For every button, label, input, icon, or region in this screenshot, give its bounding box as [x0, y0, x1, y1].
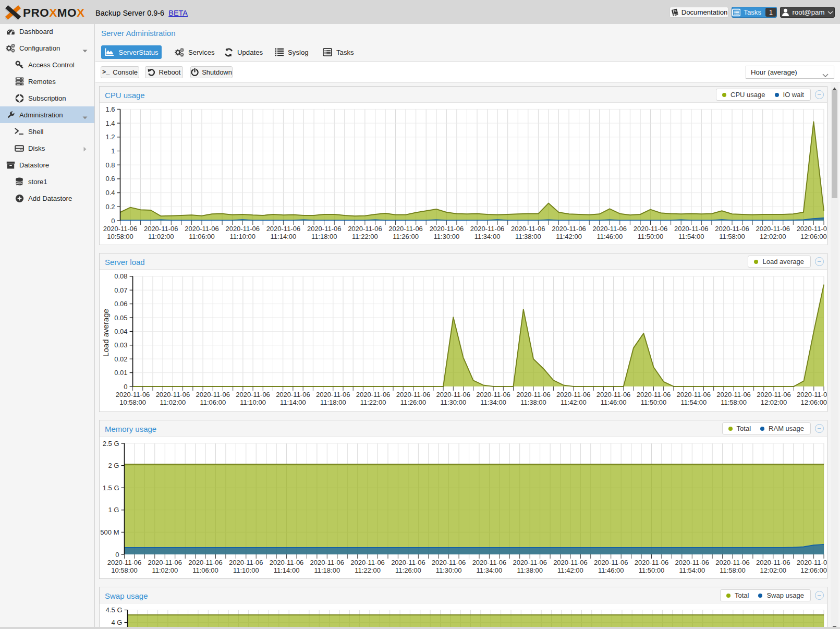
svg-text:2020-11-06: 2020-11-06 — [225, 225, 260, 233]
svg-text:11:54:00: 11:54:00 — [678, 233, 704, 240]
svg-text:11:50:00: 11:50:00 — [641, 398, 667, 406]
svg-text:11:26:00: 11:26:00 — [400, 398, 427, 406]
svg-text:11:14:00: 11:14:00 — [274, 566, 300, 574]
svg-text:11:14:00: 11:14:00 — [271, 233, 297, 240]
svg-text:11:46:00: 11:46:00 — [601, 398, 627, 406]
svg-text:2020-11-06: 2020-11-06 — [552, 225, 586, 233]
svg-text:0.8: 0.8 — [105, 161, 115, 169]
svg-text:1.6: 1.6 — [105, 105, 115, 113]
svg-text:2020-11-06: 2020-11-06 — [594, 559, 628, 566]
svg-text:2020-11-06: 2020-11-06 — [356, 391, 391, 398]
svg-text:1.2: 1.2 — [105, 133, 115, 141]
svg-text:2020-11-06: 2020-11-06 — [396, 391, 431, 398]
svg-text:2020-11-06: 2020-11-06 — [388, 225, 423, 233]
svg-text:2020-11-06: 2020-11-06 — [436, 391, 471, 398]
svg-text:11:18:00: 11:18:00 — [320, 398, 346, 406]
svg-text:0.04: 0.04 — [114, 328, 127, 335]
svg-text:2020-11-06: 2020-11-06 — [307, 225, 342, 233]
svg-text:2020-11-06: 2020-11-06 — [430, 225, 464, 233]
svg-text:11:34:00: 11:34:00 — [474, 233, 501, 240]
svg-text:11:18:00: 11:18:00 — [311, 233, 337, 240]
svg-text:2020-11-06: 2020-11-06 — [107, 559, 142, 566]
svg-text:2020-11-06: 2020-11-06 — [674, 225, 709, 233]
svg-text:2020-11-06: 2020-11-06 — [236, 391, 270, 398]
svg-text:11:54:00: 11:54:00 — [679, 566, 705, 574]
svg-text:0.06: 0.06 — [114, 300, 127, 308]
svg-text:1: 1 — [111, 147, 115, 155]
svg-text:2020-11-06: 2020-11-06 — [472, 559, 507, 566]
svg-text:4 G: 4 G — [112, 619, 123, 626]
svg-text:2020-11-06: 2020-11-06 — [715, 559, 750, 566]
svg-text:11:14:00: 11:14:00 — [280, 398, 306, 406]
svg-text:2020-11-06: 2020-11-06 — [185, 225, 219, 233]
svg-text:2020-11-06: 2020-11-06 — [470, 225, 505, 233]
svg-text:2020-11-06: 2020-11-06 — [797, 391, 827, 398]
svg-text:11:06:00: 11:06:00 — [192, 566, 218, 574]
svg-text:12:06:00: 12:06:00 — [800, 398, 827, 406]
svg-text:11:50:00: 11:50:00 — [638, 233, 664, 240]
svg-text:10:58:00: 10:58:00 — [111, 566, 138, 574]
svg-text:11:42:00: 11:42:00 — [556, 233, 582, 240]
svg-text:0: 0 — [115, 551, 119, 559]
svg-text:11:46:00: 11:46:00 — [598, 566, 624, 574]
svg-text:11:22:00: 11:22:00 — [355, 566, 381, 574]
svg-text:2020-11-06: 2020-11-06 — [276, 391, 310, 398]
svg-text:2020-11-06: 2020-11-06 — [513, 559, 547, 566]
svg-text:2020-11-06: 2020-11-06 — [715, 225, 749, 233]
svg-text:12:06:00: 12:06:00 — [800, 566, 827, 574]
svg-text:11:26:00: 11:26:00 — [393, 233, 419, 240]
svg-text:11:10:00: 11:10:00 — [229, 233, 255, 240]
svg-text:2020-11-06: 2020-11-06 — [677, 391, 711, 398]
svg-text:12:06:00: 12:06:00 — [800, 233, 827, 240]
svg-text:2020-11-06: 2020-11-06 — [391, 559, 425, 566]
svg-text:2020-11-06: 2020-11-06 — [635, 559, 669, 566]
svg-text:2020-11-06: 2020-11-06 — [270, 559, 304, 566]
svg-text:11:34:00: 11:34:00 — [477, 566, 503, 574]
svg-text:2020-11-06: 2020-11-06 — [756, 225, 790, 233]
svg-text:2020-11-06: 2020-11-06 — [432, 559, 466, 566]
svg-text:2020-11-06: 2020-11-06 — [103, 225, 138, 233]
svg-text:11:34:00: 11:34:00 — [480, 398, 506, 406]
svg-text:2020-11-06: 2020-11-06 — [675, 559, 710, 566]
svg-text:2020-11-06: 2020-11-06 — [310, 559, 345, 566]
svg-text:12:02:00: 12:02:00 — [760, 566, 786, 574]
svg-text:2020-11-06: 2020-11-06 — [476, 391, 510, 398]
svg-text:2020-11-06: 2020-11-06 — [156, 391, 190, 398]
svg-text:11:30:00: 11:30:00 — [436, 566, 462, 574]
svg-text:4.5 G: 4.5 G — [106, 606, 123, 614]
svg-text:0.2: 0.2 — [105, 203, 115, 211]
svg-text:11:38:00: 11:38:00 — [515, 233, 541, 240]
svg-text:500 M: 500 M — [100, 528, 119, 536]
svg-text:12:02:00: 12:02:00 — [760, 233, 786, 240]
svg-text:2020-11-06: 2020-11-06 — [348, 225, 382, 233]
svg-text:11:06:00: 11:06:00 — [200, 398, 226, 406]
svg-text:2020-11-06: 2020-11-06 — [516, 391, 551, 398]
svg-text:2020-11-06: 2020-11-06 — [229, 559, 263, 566]
svg-text:11:22:00: 11:22:00 — [360, 398, 386, 406]
svg-text:0.07: 0.07 — [114, 286, 127, 294]
svg-text:0: 0 — [111, 217, 115, 225]
svg-text:11:02:00: 11:02:00 — [152, 566, 178, 574]
svg-text:11:22:00: 11:22:00 — [352, 233, 378, 240]
svg-text:11:58:00: 11:58:00 — [719, 233, 745, 240]
svg-text:2 G: 2 G — [108, 462, 119, 469]
svg-text:2020-11-06: 2020-11-06 — [637, 391, 671, 398]
svg-text:2020-11-06: 2020-11-06 — [596, 391, 631, 398]
svg-text:2020-11-06: 2020-11-06 — [116, 391, 150, 398]
svg-text:2020-11-06: 2020-11-06 — [148, 559, 182, 566]
svg-text:2020-11-06: 2020-11-06 — [188, 559, 223, 566]
svg-text:2020-11-06: 2020-11-06 — [756, 559, 790, 566]
svg-text:11:58:00: 11:58:00 — [721, 398, 747, 406]
svg-text:0.05: 0.05 — [114, 314, 127, 322]
svg-text:2020-11-06: 2020-11-06 — [634, 225, 668, 233]
svg-text:0.03: 0.03 — [114, 341, 127, 349]
svg-text:11:42:00: 11:42:00 — [561, 398, 587, 406]
svg-text:11:02:00: 11:02:00 — [160, 398, 186, 406]
svg-text:11:42:00: 11:42:00 — [557, 566, 583, 574]
svg-text:12:02:00: 12:02:00 — [761, 398, 787, 406]
svg-text:1.5 G: 1.5 G — [103, 484, 119, 492]
svg-text:2020-11-06: 2020-11-06 — [266, 225, 301, 233]
svg-text:1 G: 1 G — [108, 506, 119, 514]
svg-text:2020-11-06: 2020-11-06 — [196, 391, 230, 398]
svg-text:11:46:00: 11:46:00 — [596, 233, 623, 240]
